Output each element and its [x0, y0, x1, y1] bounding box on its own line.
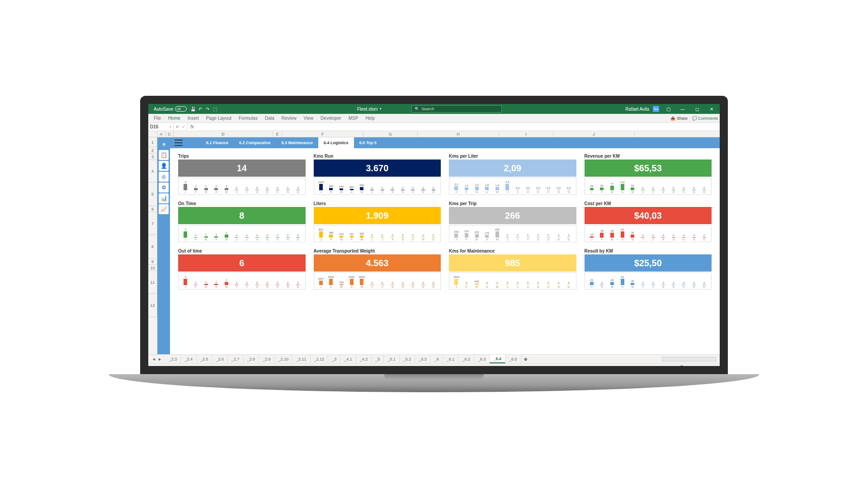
avatar[interactable]: RA [653, 106, 659, 112]
enter-icon[interactable]: ✓ [182, 124, 185, 129]
autosave-toggle[interactable]: AutoSave Off [151, 106, 189, 112]
ribbon-tab-home[interactable]: Home [165, 116, 184, 121]
row-header[interactable]: 2 [148, 147, 157, 154]
sheet-next-icon[interactable]: ► [158, 357, 162, 361]
column-header[interactable]: G [363, 131, 418, 137]
column-header[interactable]: E [273, 131, 282, 137]
redo-icon[interactable]: ↷ [204, 105, 211, 113]
sparkline-chart: 253J275F225M175A400M0J0J0A0S0O0N0D [449, 225, 576, 242]
ribbon-tab-review[interactable]: Review [278, 116, 300, 121]
ribbon-tab-data[interactable]: Data [261, 116, 278, 121]
view-break-icon[interactable]: ▭ [648, 366, 652, 366]
sub-tab[interactable]: 6.1 Finance [201, 137, 234, 148]
row-header[interactable]: 6 [148, 206, 157, 212]
column-header[interactable]: A [157, 131, 165, 137]
sheet-tab[interactable]: _2.8 [244, 355, 259, 363]
sheet-tab[interactable]: _2.3 [165, 355, 181, 363]
sheet-tab[interactable]: _6.1 [443, 355, 459, 363]
filename[interactable]: Fleet.xlsm▾ [357, 107, 382, 112]
sheet-tab[interactable]: _4.1 [340, 355, 356, 363]
row-header[interactable]: 5 [148, 183, 157, 206]
view-layout-icon[interactable]: ▤ [641, 366, 645, 366]
kpi-value: $40,03 [585, 207, 712, 224]
sheet-tab[interactable]: _3 [328, 355, 340, 363]
nav-chart-icon[interactable]: 📊 [159, 193, 169, 203]
row-header[interactable]: 7 [148, 212, 157, 235]
sheet-tab[interactable]: _2.7 [228, 355, 244, 363]
sheet-tab[interactable]: _2.11 [292, 355, 311, 363]
ribbon-tab-msp[interactable]: MSP [345, 116, 362, 121]
nav-clipboard-icon[interactable]: 📋 [159, 150, 169, 160]
sheet-tab[interactable]: _6 [431, 355, 443, 363]
fx-label[interactable]: fx [188, 124, 197, 129]
row-header[interactable]: 12 [148, 294, 157, 317]
search-input[interactable]: 🔍 Search [411, 105, 502, 113]
ribbon-tab-page-layout[interactable]: Page Layout [203, 116, 235, 121]
sheet-tab[interactable]: _5.1 [384, 355, 400, 363]
row-header[interactable]: 3 [148, 154, 157, 160]
sheet-tab[interactable]: _5.2 [400, 355, 415, 363]
row-header[interactable]: 8 [148, 235, 157, 258]
sheet-tab[interactable]: _2.5 [197, 355, 212, 363]
sub-tab[interactable]: 6.4 Logistics [318, 137, 354, 148]
autosave-switch[interactable]: Off [175, 106, 187, 112]
sheet-tab[interactable]: _2.10 [275, 355, 293, 363]
ribbon-tab-view[interactable]: View [300, 116, 317, 121]
undo-icon[interactable]: ↶ [197, 105, 204, 113]
row-header[interactable]: 4 [148, 160, 157, 183]
row-header[interactable]: 1 [148, 137, 157, 147]
minimize-button[interactable]: — [677, 107, 688, 112]
row-header[interactable]: 9 [148, 258, 157, 265]
nav-report-icon[interactable]: 📈 [159, 204, 169, 214]
ribbon-tab-formulas[interactable]: Formulas [235, 116, 261, 121]
zoom-out-button[interactable]: − [656, 366, 658, 366]
close-button[interactable]: ✕ [706, 107, 717, 112]
cancel-icon[interactable]: ✕ [175, 124, 179, 129]
sheet-tab[interactable]: _6.4 [490, 355, 505, 363]
ribbon-tab-insert[interactable]: Insert [184, 116, 203, 121]
sheet-tab[interactable]: _4.2 [356, 355, 372, 363]
column-header[interactable]: H [418, 131, 499, 137]
nav-gears-icon[interactable]: ⚙ [159, 183, 169, 192]
comments-button[interactable]: 💬 Comments [692, 116, 718, 121]
sheet-tab[interactable]: _2.9 [259, 355, 275, 363]
ribbon-mode-icon[interactable]: ▢ [663, 107, 674, 112]
horizontal-scrollbar[interactable] [662, 357, 716, 361]
sheet-tab[interactable]: _2.12 [311, 355, 329, 363]
sheet-prev-icon[interactable]: ◄ [152, 357, 156, 361]
hamburger-icon[interactable] [175, 140, 183, 146]
sub-tab[interactable]: 6.3 Maintenance [276, 137, 319, 148]
name-box[interactable]: D16▾ [148, 123, 174, 131]
column-header[interactable]: C [165, 131, 174, 137]
row-header[interactable]: 11 [148, 271, 157, 294]
view-normal-icon[interactable]: ▦ [633, 366, 637, 366]
new-sheet-button[interactable]: ⊕ [521, 357, 530, 361]
column-header[interactable]: F [282, 131, 363, 137]
maximize-button[interactable]: ◻ [692, 107, 703, 112]
touch-mode-icon[interactable]: ⬚ [211, 105, 218, 113]
ribbon-tabs: FileHomeInsertPage LayoutFormulasDataRev… [148, 114, 720, 123]
user-name[interactable]: Rafael Avila [625, 107, 649, 112]
sheet-tab[interactable]: _6.5 [505, 355, 521, 363]
ribbon-tab-file[interactable]: File [150, 116, 165, 121]
ribbon-tab-developer[interactable]: Developer [317, 116, 345, 121]
column-header[interactable]: J [553, 131, 635, 137]
nav-user-icon[interactable]: 👤 [159, 161, 169, 171]
nav-target-icon[interactable]: ◎ [159, 172, 169, 182]
ribbon-tab-help[interactable]: Help [362, 116, 378, 121]
share-button[interactable]: 📤 Share [670, 116, 688, 121]
sub-tab[interactable]: 6.2 Comparative [234, 137, 276, 148]
sheet-tab[interactable]: _6.2 [458, 355, 474, 363]
sheet-tab[interactable]: _6.3 [474, 355, 490, 363]
zoom-in-button[interactable]: + [702, 366, 704, 366]
sub-tab[interactable]: 6.5 Top 5 [354, 137, 382, 148]
sheet-tab[interactable]: _5 [372, 355, 384, 363]
column-header[interactable]: I [499, 131, 553, 137]
column-header[interactable]: D [174, 131, 273, 137]
row-header[interactable]: 10 [148, 265, 157, 271]
sheet-tab[interactable]: _2.4 [181, 355, 197, 363]
sheet-tab[interactable]: _5.3 [415, 355, 431, 363]
save-icon[interactable]: 💾 [189, 105, 197, 113]
sheet-tab[interactable]: _2.6 [212, 355, 228, 363]
zoom-level[interactable]: 90% [708, 366, 716, 366]
